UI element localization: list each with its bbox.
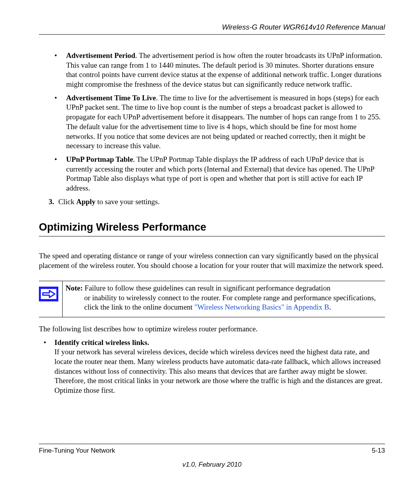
note-box: Note: Failure to follow these guidelines…: [39, 281, 385, 317]
apply-label: Apply: [76, 198, 96, 206]
footer-right-page-number: 5-13: [372, 446, 385, 455]
page-header: Wireless-G Router WGR614v10 Reference Ma…: [39, 23, 385, 35]
note-icon-cell: [39, 281, 62, 317]
note-label: Note:: [66, 284, 83, 292]
optimize-item-critical-links: Identify critical wireless links. If you…: [39, 338, 385, 396]
arrow-right-icon: [39, 287, 58, 301]
step-number: 3.: [49, 197, 58, 207]
bullet-term: UPnP Portmap Table: [66, 155, 133, 163]
footer-version: v1.0, February 2010: [39, 460, 385, 469]
note-end: .: [329, 303, 331, 311]
optimize-item-title: Identify critical wireless links.: [54, 338, 149, 346]
note-body: Note: Failure to follow these guidelines…: [62, 281, 385, 317]
optimize-list: Identify critical wireless links. If you…: [39, 338, 385, 396]
step-3: 3.Click Apply to save your settings.: [39, 197, 385, 207]
section-heading-optimizing: Optimizing Wireless Performance: [39, 220, 385, 236]
upnp-bullet-list: Advertisement Period. The advertisement …: [39, 51, 385, 193]
afterlist-paragraph: The following list describes how to opti…: [39, 324, 385, 334]
intro-paragraph: The speed and operating distance or rang…: [39, 251, 385, 270]
note-link-wireless-basics[interactable]: "Wireless Networking Basics" in Appendix…: [194, 303, 329, 311]
page-footer: Fine-Tuning Your Network 5-13 v1.0, Febr…: [39, 444, 385, 469]
step-post: to save your settings.: [96, 198, 160, 206]
bullet-upnp-portmap: UPnP Portmap Table. The UPnP Portmap Tab…: [39, 155, 385, 193]
bullet-advertisement-ttl: Advertisement Time To Live. The time to …: [39, 93, 385, 151]
bullet-desc: . The time to live for the advertisement…: [66, 94, 381, 150]
note-line1-tail: Failure to follow these guidelines can r…: [83, 284, 331, 292]
bullet-term: Advertisement Period: [66, 51, 135, 60]
optimize-item-body: If your network has several wireless dev…: [54, 347, 385, 395]
footer-left: Fine-Tuning Your Network: [39, 446, 115, 455]
bullet-advertisement-period: Advertisement Period. The advertisement …: [39, 51, 385, 89]
bullet-term: Advertisement Time To Live: [66, 94, 156, 102]
step-pre: Click: [58, 198, 76, 206]
